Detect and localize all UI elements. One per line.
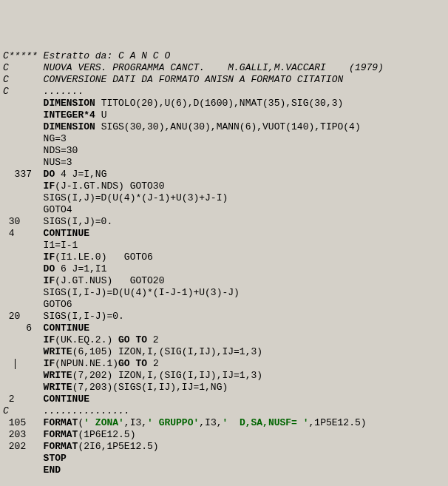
code-line: 203 FORMAT(1P6E12.5) bbox=[3, 429, 448, 441]
code-listing: C***** Estratto da: C A N C OC NUOVA VER… bbox=[3, 50, 448, 476]
code-line: WRITE(7,203)(SIGS(I,IJ),IJ=1,NG) bbox=[3, 382, 448, 394]
code-line: C CONVERSIONE DATI DA FORMATO ANISN A FO… bbox=[3, 74, 448, 86]
code-line: 2 CONTINUE bbox=[3, 394, 448, 405]
code-line: DO 6 J=1,I1 bbox=[3, 263, 448, 275]
code-line: IF(NPUN.NE.1)GO TO 2 bbox=[3, 358, 448, 370]
code-line: WRITE(6,105) IZON,I,(SIG(I,IJ),IJ=1,3) bbox=[3, 346, 448, 358]
code-line: I1=I-1 bbox=[3, 240, 448, 252]
code-line: 202 FORMAT(2I6,1P5E12.5) bbox=[3, 441, 448, 453]
code-line: STOP bbox=[3, 453, 448, 465]
code-line: NG=3 bbox=[3, 133, 448, 145]
code-line: IF(UK.EQ.2.) GO TO 2 bbox=[3, 334, 448, 346]
code-line: GOTO6 bbox=[3, 299, 448, 311]
code-line: NUS=3 bbox=[3, 157, 448, 169]
code-line: INTEGER*4 U bbox=[3, 109, 448, 121]
code-line: GOTO4 bbox=[3, 204, 448, 216]
code-line: 105 FORMAT(' ZONA',I3,' GRUPPO',I3,' D,S… bbox=[3, 417, 448, 429]
code-line: C ....... bbox=[3, 86, 448, 98]
code-line: 337 DO 4 J=I,NG bbox=[3, 169, 448, 180]
code-line: NDS=30 bbox=[3, 145, 448, 157]
code-line: 20 SIGS(I,I-J)=0. bbox=[3, 311, 448, 323]
code-line: C NUOVA VERS. PROGRAMMA CANCT. M.GALLI,M… bbox=[3, 62, 448, 74]
code-line: DIMENSION SIGS(30,30),ANU(30),MANN(6),VU… bbox=[3, 121, 448, 133]
code-line: 6 CONTINUE bbox=[3, 323, 448, 334]
code-line: IF(I1.LE.0) GOTO6 bbox=[3, 252, 448, 263]
code-line: WRITE(7,202) IZON,I,(SIG(I,IJ),IJ=1,3) bbox=[3, 370, 448, 382]
code-line: 30 SIGS(I,J)=0. bbox=[3, 216, 448, 228]
code-line: SIGS(I,I-J)=D(U(4)*(I-J-1)+U(3)-J) bbox=[3, 287, 448, 299]
code-line: IF(J-I.GT.NDS) GOTO30 bbox=[3, 180, 448, 192]
code-line: IF(J.GT.NUS) GOTO20 bbox=[3, 275, 448, 287]
code-line: 4 CONTINUE bbox=[3, 228, 448, 240]
code-line: END bbox=[3, 465, 448, 476]
code-line: C***** Estratto da: C A N C O bbox=[3, 50, 448, 62]
code-line: C ............... bbox=[3, 405, 448, 417]
code-line: DIMENSION TITOLO(20),U(6),D(1600),NMAT(3… bbox=[3, 98, 448, 109]
code-line: SIGS(I,J)=D(U(4)*(J-1)+U(3)+J-I) bbox=[3, 192, 448, 204]
